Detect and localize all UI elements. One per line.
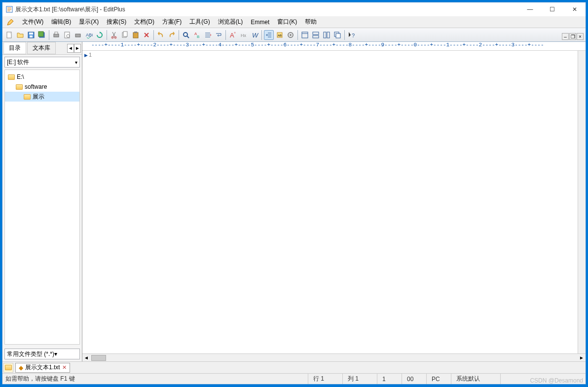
menu-help[interactable]: 帮助 xyxy=(301,17,321,27)
print-setup-icon[interactable] xyxy=(73,30,83,40)
open-file-icon[interactable] xyxy=(15,30,25,40)
sidebar-tab-directory[interactable]: 目录 xyxy=(3,42,26,54)
tile-vert-icon[interactable] xyxy=(322,30,331,40)
tile-horz-icon[interactable] xyxy=(311,30,321,40)
text-area[interactable]: 1 xyxy=(82,51,586,353)
svg-rect-8 xyxy=(55,32,58,34)
goto-line-icon[interactable] xyxy=(203,30,213,40)
indent-icon[interactable] xyxy=(264,30,274,40)
delete-icon[interactable] xyxy=(142,30,151,40)
close-tab-icon[interactable]: ✕ xyxy=(62,364,67,371)
svg-rect-11 xyxy=(75,34,80,37)
save-icon[interactable] xyxy=(26,30,36,40)
status-mode: PC xyxy=(427,374,451,384)
context-help-icon[interactable]: ? xyxy=(347,30,357,40)
drive-selector[interactable]: [E:] 软件 ▾ xyxy=(4,57,80,68)
new-file-icon[interactable] xyxy=(4,30,14,40)
sidebar: 目录 文本库 ◄ ► [E:] 软件 ▾ E:\ software xyxy=(2,42,82,361)
status-sel: 00 xyxy=(402,374,427,384)
menu-edit[interactable]: 编辑(B) xyxy=(47,17,75,27)
svg-rect-34 xyxy=(327,32,330,38)
copy-icon[interactable] xyxy=(120,30,130,40)
sidebar-nav-next[interactable]: ► xyxy=(74,44,81,53)
save-all-icon[interactable] xyxy=(37,30,47,40)
italic-icon[interactable]: W xyxy=(250,30,259,40)
document-tab[interactable]: ◆ 展示文本1.txt ✕ xyxy=(15,363,70,373)
svg-rect-32 xyxy=(313,35,319,38)
mdi-minimize[interactable]: – xyxy=(562,33,569,40)
menu-search[interactable]: 搜索(S) xyxy=(103,17,130,27)
tab-list-icon[interactable] xyxy=(3,363,13,373)
redo-icon[interactable] xyxy=(167,30,177,40)
svg-text:ABC: ABC xyxy=(86,33,93,37)
horizontal-scrollbar[interactable]: ◄ ► xyxy=(82,353,586,361)
svg-rect-6 xyxy=(38,32,43,36)
editor: ----+----1----+----2----+----3----+----4… xyxy=(82,42,586,361)
folder-icon xyxy=(16,84,23,90)
file-type-selector[interactable]: 常用文件类型 (*.*) ▾ xyxy=(4,349,80,359)
menu-file[interactable]: 文件(W) xyxy=(18,17,47,27)
svg-text:W: W xyxy=(252,32,258,39)
replace-icon[interactable]: AB xyxy=(192,30,202,40)
maximize-button[interactable]: ☐ xyxy=(541,2,563,16)
sidebar-tabs: 目录 文本库 ◄ ► xyxy=(2,42,82,55)
menu-window[interactable]: 窗口(K) xyxy=(273,17,301,27)
print-icon[interactable] xyxy=(51,30,61,40)
menu-browser[interactable]: 浏览器(L) xyxy=(214,17,247,27)
titlebar[interactable]: 展示文本1.txt [E:\software\展示] - EditPlus — … xyxy=(2,2,586,16)
vertical-scrollbar[interactable] xyxy=(578,51,586,353)
close-button[interactable]: ✕ xyxy=(563,2,586,16)
modified-indicator-icon: ◆ xyxy=(19,364,23,371)
chevron-down-icon: ▾ xyxy=(54,351,57,357)
pencil-icon xyxy=(6,18,14,26)
font-large-icon[interactable]: A+ xyxy=(228,30,238,40)
minimize-button[interactable]: — xyxy=(519,2,541,16)
status-lines: 1 xyxy=(377,374,402,384)
sidebar-tab-library[interactable]: 文本库 xyxy=(27,42,56,54)
menu-emmet[interactable]: Emmet xyxy=(247,18,273,27)
menu-view[interactable]: 显示(X) xyxy=(75,17,103,27)
find-icon[interactable] xyxy=(181,30,191,40)
tree-item[interactable]: E:\ xyxy=(5,72,79,82)
app-window: 展示文本1.txt [E:\software\展示] - EditPlus — … xyxy=(2,2,586,385)
hex-view-icon[interactable]: Hx xyxy=(239,30,249,40)
file-type-label: 常用文件类型 (*.*) xyxy=(7,350,54,358)
document-tabs: ◆ 展示文本1.txt ✕ xyxy=(2,361,586,373)
tree-item[interactable]: 展示 xyxy=(5,92,79,102)
toolbar: ABC AB A+ Hx W AB ? xyxy=(2,28,586,42)
svg-text:B: B xyxy=(197,35,199,39)
tree-item[interactable]: software xyxy=(5,82,79,92)
ruler: ----+----1----+----2----+----3----+----4… xyxy=(82,42,586,51)
mdi-close[interactable]: × xyxy=(577,33,584,40)
cut-icon[interactable] xyxy=(109,30,119,40)
scroll-right-icon[interactable]: ► xyxy=(578,355,586,360)
svg-text:+: + xyxy=(234,31,236,35)
menu-tools[interactable]: 工具(G) xyxy=(185,17,214,27)
app-icon xyxy=(5,5,13,13)
status-help: 如需帮助，请按键盘 F1 键 xyxy=(2,374,308,384)
document-tab-label: 展示文本1.txt xyxy=(25,363,60,372)
cascade-icon[interactable] xyxy=(332,30,342,40)
settings-icon[interactable] xyxy=(286,30,295,40)
undo-icon[interactable] xyxy=(156,30,166,40)
window-list-icon[interactable] xyxy=(300,30,310,40)
menubar: 文件(W) 编辑(B) 显示(X) 搜索(S) 文档(D) 方案(F) 工具(G… xyxy=(2,16,586,28)
folder-tree[interactable]: E:\ software 展示 xyxy=(4,70,80,345)
sidebar-nav-prev[interactable]: ◄ xyxy=(67,44,74,53)
column-marker-icon[interactable]: AB xyxy=(275,30,285,40)
word-wrap-icon[interactable] xyxy=(214,30,223,40)
mdi-restore[interactable]: ❐ xyxy=(569,33,576,40)
reload-icon[interactable] xyxy=(95,30,105,40)
paste-icon[interactable] xyxy=(131,30,141,40)
spellcheck-icon[interactable]: ABC xyxy=(84,30,94,40)
scroll-thumb[interactable] xyxy=(91,355,106,361)
menu-document[interactable]: 文档(D) xyxy=(130,17,158,27)
window-title: 展示文本1.txt [E:\software\展示] - EditPlus xyxy=(15,5,125,14)
drive-label: [E:] 软件 xyxy=(7,58,29,67)
print-preview-icon[interactable] xyxy=(62,30,72,40)
folder-icon xyxy=(8,74,15,80)
svg-rect-31 xyxy=(313,32,319,35)
scroll-left-icon[interactable]: ◄ xyxy=(82,355,90,360)
menu-project[interactable]: 方案(F) xyxy=(158,17,185,27)
status-encoding: 系统默认 xyxy=(451,374,501,384)
